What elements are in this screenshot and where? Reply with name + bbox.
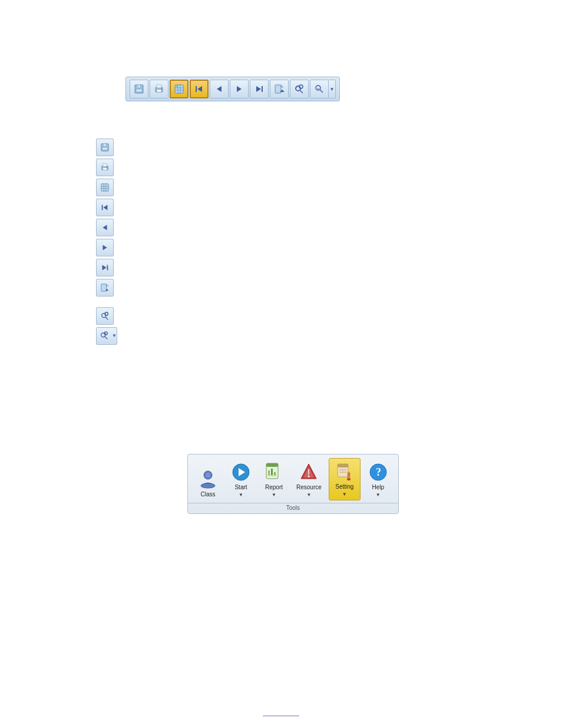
svg-marker-21 <box>281 85 283 87</box>
svg-marker-49 <box>103 265 107 271</box>
first-record-button[interactable] <box>190 80 209 98</box>
left-prev-button[interactable] <box>96 219 114 236</box>
setting-icon <box>334 461 355 482</box>
ribbon-buttons-container: Class Start ▼ <box>188 454 398 502</box>
find-more-button[interactable]: + <box>310 80 329 98</box>
left-print-button[interactable] <box>96 159 114 176</box>
left-next-button[interactable] <box>96 239 114 256</box>
print-button[interactable] <box>150 80 168 98</box>
svg-text:+: + <box>317 87 319 90</box>
ribbon-report-button[interactable]: Report ▼ <box>259 459 289 500</box>
left-findmore-button[interactable]: + ▼ <box>96 327 117 345</box>
svg-line-54 <box>105 317 108 319</box>
left-first-button[interactable] <box>96 199 114 216</box>
svg-point-81 <box>347 478 351 480</box>
class-icon <box>197 469 219 490</box>
svg-line-24 <box>300 90 303 93</box>
left-export-button[interactable] <box>96 279 114 297</box>
start-icon <box>230 462 252 483</box>
svg-text:?: ? <box>376 466 381 478</box>
ribbon-class-button[interactable]: Class <box>193 466 223 500</box>
ribbon-start-label: Start ▼ <box>234 484 247 498</box>
svg-marker-46 <box>103 225 107 230</box>
svg-marker-51 <box>107 284 109 286</box>
svg-line-29 <box>320 90 323 93</box>
left-last-button[interactable] <box>96 259 114 276</box>
svg-marker-47 <box>103 245 107 251</box>
svg-marker-15 <box>197 86 202 92</box>
svg-rect-39 <box>101 184 108 191</box>
svg-point-7 <box>161 88 162 90</box>
left-table-button[interactable] <box>96 179 114 196</box>
resource-icon <box>298 462 319 483</box>
svg-rect-37 <box>103 168 107 170</box>
export-button[interactable] <box>270 80 289 98</box>
ribbon-help-button[interactable]: ? Help ▼ <box>363 459 394 500</box>
left-save-button[interactable] <box>96 139 114 156</box>
ribbon-help-label: Help ▼ <box>372 484 385 498</box>
svg-rect-13 <box>176 85 178 87</box>
svg-rect-33 <box>103 147 108 150</box>
last-record-button[interactable] <box>250 80 269 98</box>
svg-rect-68 <box>271 469 273 475</box>
left-find-button[interactable] <box>96 307 114 325</box>
svg-line-57 <box>105 337 107 339</box>
svg-rect-67 <box>268 470 270 475</box>
ribbon-resource-label: Resource ▼ <box>296 484 322 498</box>
top-toolbar: + ▼ <box>125 77 340 101</box>
find-more-dropdown-arrow[interactable]: ▼ <box>329 80 336 98</box>
ribbon-resource-button[interactable]: Resource ▼ <box>292 459 326 500</box>
svg-point-38 <box>107 167 108 168</box>
svg-marker-16 <box>217 86 222 92</box>
svg-rect-69 <box>274 472 276 475</box>
table-view-button[interactable] <box>170 80 189 98</box>
svg-marker-17 <box>237 86 242 92</box>
svg-rect-5 <box>157 85 161 88</box>
svg-rect-6 <box>157 90 161 92</box>
next-record-button[interactable] <box>230 80 249 98</box>
svg-rect-32 <box>103 144 105 146</box>
ribbon-class-label: Class <box>200 491 215 498</box>
svg-rect-34 <box>103 144 104 146</box>
ribbon-start-button[interactable]: Start ▼ <box>226 459 256 500</box>
report-icon <box>263 462 285 483</box>
svg-rect-2 <box>136 89 142 92</box>
prev-record-button[interactable] <box>210 80 229 98</box>
svg-rect-3 <box>137 85 138 87</box>
svg-point-62 <box>201 483 215 488</box>
svg-marker-19 <box>256 86 261 92</box>
find-button[interactable] <box>290 80 309 98</box>
page-number[interactable]: __________ <box>263 709 299 716</box>
bottom-ribbon: Class Start ▼ <box>187 454 399 514</box>
left-toolbar: + ▼ <box>96 139 117 345</box>
ribbon-setting-button[interactable]: Setting ▼ <box>329 458 361 500</box>
find-more-button-group[interactable]: + ▼ <box>310 80 336 98</box>
svg-rect-66 <box>266 463 278 467</box>
svg-rect-36 <box>103 164 107 166</box>
svg-rect-76 <box>338 464 348 467</box>
ribbon-setting-label: Setting ▼ <box>335 483 353 498</box>
help-icon: ? <box>368 462 389 483</box>
ribbon-report-label: Report ▼ <box>265 484 283 498</box>
ribbon-group-label: Tools <box>188 503 398 511</box>
svg-text:+: + <box>105 332 107 335</box>
svg-point-61 <box>206 473 210 477</box>
svg-rect-50 <box>101 284 107 291</box>
svg-point-74 <box>308 476 310 477</box>
svg-marker-45 <box>103 205 107 210</box>
save-button[interactable] <box>130 80 148 98</box>
